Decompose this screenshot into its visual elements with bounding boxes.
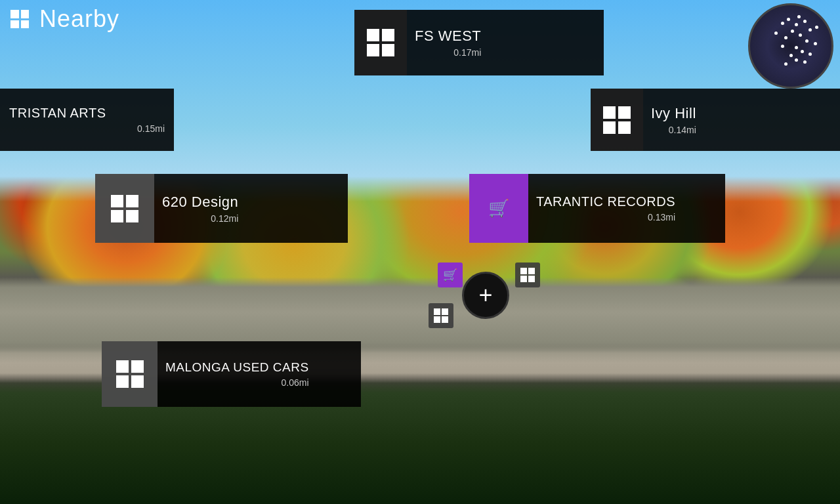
add-icon: + xyxy=(478,282,492,309)
tarantic-distance: 0.13mi xyxy=(536,212,675,222)
malonga-info: MALONGA USED CARS 0.06mi xyxy=(158,355,317,393)
malonga-grid-icon xyxy=(116,360,144,388)
ivyhill-info: Ivy Hill 0.14mi xyxy=(643,100,704,140)
mini-grid-right-icon[interactable] xyxy=(515,262,540,287)
tarantic-icon-box: 🛒 xyxy=(469,174,528,243)
620design-name: 620 Design xyxy=(162,194,238,211)
mini-grid-left xyxy=(434,308,448,323)
ivyhill-icon-box xyxy=(591,89,643,151)
poi-card-tarantic[interactable]: 🛒 TARANTIC RECORDS 0.13mi xyxy=(469,174,725,243)
ivyhill-name: Ivy Hill xyxy=(651,105,696,122)
app-logo-icon xyxy=(10,10,29,28)
poi-card-tristan[interactable]: TRISTAN ARTS 0.15mi xyxy=(0,89,174,151)
malonga-icon-box xyxy=(102,341,158,407)
tarantic-info: TARANTIC RECORDS 0.13mi xyxy=(528,189,683,228)
map-dots xyxy=(750,5,831,87)
app-title: Nearby xyxy=(39,5,119,33)
mini-cart-unicode: 🛒 xyxy=(443,268,457,282)
fswest-grid-icon xyxy=(367,29,394,56)
tarantic-cart-icon: 🛒 xyxy=(488,198,509,219)
map-circle[interactable] xyxy=(748,3,833,89)
mini-grid-right xyxy=(520,268,535,282)
malonga-distance: 0.06mi xyxy=(165,377,309,388)
street-overlay xyxy=(0,0,840,504)
center-cluster: 🛒 + xyxy=(423,259,548,331)
fswest-info: FS WEST 0.17mi xyxy=(407,22,489,63)
mini-grid-left-icon[interactable] xyxy=(429,303,453,328)
tarantic-name: TARANTIC RECORDS xyxy=(536,194,675,209)
fswest-distance: 0.17mi xyxy=(415,47,481,58)
620design-info: 620 Design 0.12mi xyxy=(154,188,246,229)
ivyhill-distance: 0.14mi xyxy=(651,125,696,135)
fswest-icon-box xyxy=(354,10,407,75)
poi-card-fswest[interactable]: FS WEST 0.17mi xyxy=(354,10,604,75)
fswest-name: FS WEST xyxy=(415,28,481,45)
add-button[interactable]: + xyxy=(462,272,509,319)
tristan-info: TRISTAN ARTS 0.15mi xyxy=(0,99,174,140)
poi-card-malonga[interactable]: MALONGA USED CARS 0.06mi xyxy=(102,341,361,407)
malonga-name: MALONGA USED CARS xyxy=(165,360,309,375)
header-bar: Nearby xyxy=(0,0,130,38)
mini-cart-icon[interactable]: 🛒 xyxy=(438,262,463,287)
poi-card-ivyhill[interactable]: Ivy Hill 0.14mi xyxy=(591,89,840,151)
tristan-name: TRISTAN ARTS xyxy=(9,106,165,121)
poi-card-620design[interactable]: 620 Design 0.12mi xyxy=(95,174,348,243)
620design-icon-box xyxy=(95,174,154,243)
620design-distance: 0.12mi xyxy=(162,213,238,224)
ivyhill-grid-icon xyxy=(603,106,631,134)
620design-grid-icon xyxy=(111,195,138,222)
tristan-distance: 0.15mi xyxy=(9,123,165,134)
